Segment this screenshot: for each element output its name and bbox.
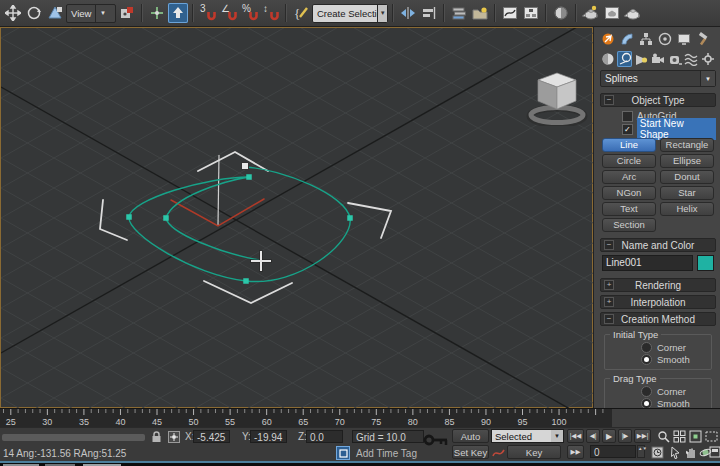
rendered-frame-window-icon[interactable] [602, 3, 622, 23]
start-new-shape-checkbox[interactable]: ✓ [622, 124, 633, 135]
radio-icon[interactable] [641, 342, 652, 353]
tab-create-icon[interactable] [600, 31, 616, 47]
autogrid-checkbox[interactable] [622, 111, 633, 122]
select-and-manipulate-icon[interactable] [147, 3, 167, 23]
use-pivot-point-center-icon[interactable] [117, 3, 137, 23]
object-name-input[interactable]: Line001 [602, 255, 693, 271]
frame-spinner[interactable]: ▲▼ [637, 445, 645, 458]
set-key-button[interactable]: Set Key [452, 445, 489, 459]
tab-modify-icon[interactable] [619, 31, 635, 47]
selection-filter-dropdown[interactable]: Selected ▼ [491, 429, 564, 443]
zoom-icon[interactable] [656, 429, 670, 443]
mirror-icon[interactable] [398, 3, 418, 23]
viewport-canvas[interactable] [1, 28, 594, 413]
chevron-down-icon[interactable]: ▼ [95, 5, 109, 22]
object-color-swatch[interactable] [697, 255, 714, 271]
reference-coordinate-dropdown[interactable]: View ▼ [66, 4, 116, 23]
pan-hand-icon[interactable] [684, 445, 698, 459]
rollout-name-and-color[interactable]: − Name and Color [600, 238, 716, 252]
name-and-color-row: Line001 [602, 255, 714, 271]
x-coordinate-field[interactable]: -5.425 [193, 430, 230, 443]
go-to-end-button[interactable]: ▶▶| [634, 429, 651, 443]
object-type-button-ellipse[interactable]: Ellipse [660, 154, 714, 168]
object-type-button-rectangle[interactable]: Rectangle [660, 138, 714, 152]
initial-type-smooth[interactable]: Smooth [641, 354, 709, 365]
chevron-down-icon[interactable]: ▼ [377, 5, 387, 22]
zoom-extents-icon[interactable] [688, 429, 702, 443]
pan-arrow-icon[interactable] [668, 445, 682, 459]
category-space-warps-icon[interactable] [684, 51, 700, 67]
material-editor-icon[interactable] [551, 3, 571, 23]
percent-snap-toggle-icon[interactable]: % [240, 3, 260, 23]
viewcube[interactable] [525, 60, 589, 126]
radio-icon[interactable] [641, 354, 652, 365]
select-move-icon[interactable] [3, 3, 23, 23]
category-helpers-icon[interactable] [667, 51, 683, 67]
angle-snap-toggle-icon[interactable]: ∠ [219, 3, 239, 23]
spinner-snap-toggle-icon[interactable]: ↕ [261, 3, 281, 23]
object-type-button-section[interactable]: Section [602, 218, 656, 232]
category-geometry-icon[interactable] [600, 51, 616, 67]
tab-utilities-icon[interactable] [695, 31, 711, 47]
object-type-button-donut[interactable]: Donut [660, 170, 714, 184]
select-rotate-icon[interactable] [24, 3, 44, 23]
selection-lock-icon[interactable] [150, 430, 163, 444]
object-type-button-helix[interactable]: Helix [660, 202, 714, 216]
render-setup-icon[interactable] [581, 3, 601, 23]
z-coordinate-field[interactable]: 0.0 [306, 430, 343, 443]
category-shapes-icon[interactable] [617, 51, 633, 67]
chevron-down-icon[interactable]: ▼ [551, 430, 563, 442]
go-to-start-button[interactable]: |◀◀ [567, 429, 584, 443]
spline-category-dropdown[interactable]: Splines ▼ [600, 70, 716, 87]
initial-type-corner[interactable]: Corner [641, 342, 709, 353]
key-curve-icon[interactable] [492, 446, 505, 459]
current-frame-field[interactable]: 0 [590, 445, 636, 458]
edit-named-selection-sets-icon[interactable]: { [291, 3, 311, 23]
rollout-rendering[interactable]: + Rendering [600, 278, 716, 292]
object-type-button-text[interactable]: Text [602, 202, 656, 216]
perspective-viewport[interactable] [0, 27, 593, 408]
rollout-creation-method[interactable]: − Creation Method [600, 312, 716, 326]
add-time-tag[interactable]: Add Time Tag [356, 447, 417, 460]
previous-frame-button[interactable]: ◀| [586, 429, 600, 443]
absolute-offset-mode-icon[interactable] [167, 430, 181, 444]
object-type-button-line[interactable]: Line [602, 138, 656, 152]
zoom-all-icon[interactable] [672, 429, 686, 443]
category-cameras-icon[interactable] [650, 51, 666, 67]
rollout-interpolation[interactable]: + Interpolation [600, 295, 716, 309]
tab-hierarchy-icon[interactable] [638, 31, 654, 47]
layer-manager-icon[interactable] [449, 3, 469, 23]
named-selection-set-dropdown[interactable]: Create Selection Se ▼ [312, 4, 388, 23]
object-type-button-arc[interactable]: Arc [602, 170, 656, 184]
curve-editor-icon[interactable] [500, 3, 520, 23]
maximize-viewport-icon[interactable] [709, 445, 720, 459]
auto-key-button[interactable]: Auto Key [452, 429, 489, 443]
object-type-button-star[interactable]: Star [660, 186, 714, 200]
next-frame-button[interactable]: |▶ [618, 429, 632, 443]
time-configuration-icon[interactable] [650, 445, 664, 459]
select-scale-icon[interactable] [45, 3, 65, 23]
tab-display-icon[interactable] [676, 31, 692, 47]
align-icon[interactable] [419, 3, 439, 23]
graphite-modeling-ribbon-icon[interactable] [470, 3, 490, 23]
render-production-icon[interactable] [623, 3, 643, 23]
y-coordinate-field[interactable]: -19.94 [250, 430, 287, 443]
category-systems-icon[interactable] [700, 51, 716, 67]
key-mode-toggle[interactable]: ▶▶ [567, 445, 584, 459]
key-filters-button[interactable]: Key Filters... [507, 445, 561, 459]
track-bar-timeline[interactable]: 253035404550556065707580859095100 [0, 408, 612, 428]
snap-toggle-3d-icon[interactable]: 3 [198, 3, 218, 23]
tab-motion-icon[interactable] [657, 31, 673, 47]
play-button[interactable]: ▶ [602, 429, 616, 443]
object-type-button-circle[interactable]: Circle [602, 154, 656, 168]
radio-icon[interactable] [641, 386, 652, 397]
zoom-region-icon[interactable] [704, 429, 718, 443]
category-lights-icon[interactable] [633, 51, 649, 67]
schematic-view-icon[interactable] [521, 3, 541, 23]
object-type-button-ngon[interactable]: NGon [602, 186, 656, 200]
rollout-object-type[interactable]: − Object Type [600, 93, 716, 107]
drag-type-corner[interactable]: Corner [641, 386, 709, 397]
keyboard-shortcut-override-toggle[interactable] [168, 3, 188, 23]
chevron-down-icon[interactable]: ▼ [700, 71, 715, 86]
isolate-toggle-icon[interactable] [336, 446, 350, 460]
